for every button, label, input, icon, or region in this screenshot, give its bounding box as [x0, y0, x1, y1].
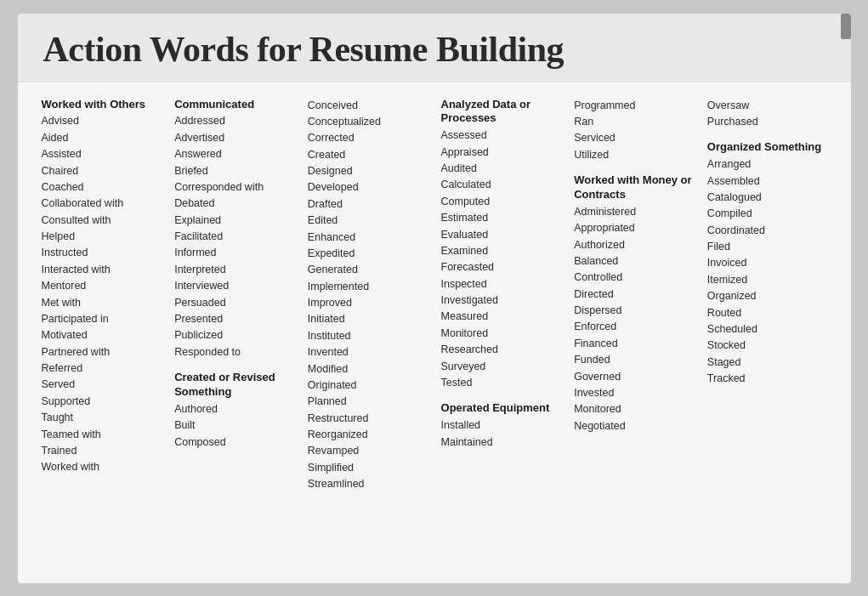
column-col1: Worked with OthersAdvisedAidedAssistedCh…	[35, 98, 168, 503]
word-item: Served	[42, 377, 162, 393]
word-item: Arranged	[707, 156, 827, 173]
section: Organized SomethingArrangedAssembledCata…	[707, 140, 827, 387]
word-item: Funded	[574, 352, 694, 368]
word-item: Estimated	[441, 210, 561, 226]
word-item: Tested	[441, 375, 561, 391]
word-item: Invested	[574, 385, 694, 401]
word-item: Appropriated	[574, 220, 694, 236]
word-item: Enhanced	[308, 230, 428, 246]
section: Operated EquipmentInstalledMaintained	[441, 401, 561, 451]
word-item: Authored	[174, 401, 294, 417]
word-item: Tracked	[707, 371, 827, 387]
word-item: Examined	[441, 243, 561, 259]
word-item: Advised	[42, 113, 162, 129]
section-title: Worked with Money or Contracts	[574, 173, 694, 202]
word-item: Edited	[308, 213, 428, 229]
word-item: Calculated	[441, 177, 561, 193]
word-item: Implemented	[308, 279, 428, 295]
word-item: Addressed	[174, 113, 294, 129]
word-item: Developed	[308, 179, 428, 196]
section-title: Organized Something	[707, 140, 827, 155]
word-item: Met with	[42, 295, 162, 311]
word-item: Programmed	[574, 98, 694, 114]
word-item: Improved	[308, 295, 428, 311]
word-item: Computed	[441, 194, 561, 210]
column-col3: ConceivedConceptualizedCorrectedCreatedD…	[301, 98, 434, 503]
word-item: Publicized	[174, 327, 294, 343]
word-item: Oversaw	[707, 98, 827, 114]
word-item: Motivated	[42, 327, 162, 343]
word-item: Invoiced	[707, 255, 827, 271]
word-item: Authorized	[574, 237, 694, 253]
column-col2: CommunicatedAddressedAdvertisedAnsweredB…	[167, 98, 301, 503]
scrollbar[interactable]	[841, 14, 851, 39]
word-item: Informed	[174, 245, 294, 261]
section-title: Created or Revised Something	[174, 371, 294, 400]
word-item: Partnered with	[42, 344, 162, 360]
section-title: Analyzed Data or Processes	[441, 98, 561, 127]
section-title: Operated Equipment	[441, 401, 561, 416]
word-item: Designed	[308, 163, 428, 179]
word-item: Restructured	[308, 411, 428, 427]
word-item: Inspected	[441, 276, 561, 292]
word-item: Worked with	[42, 459, 162, 475]
word-item: Collaborated with	[42, 196, 162, 212]
word-item: Interacted with	[42, 262, 162, 278]
word-item: Initiated	[308, 311, 428, 327]
word-item: Modified	[308, 361, 428, 377]
column-col6: OversawPurchasedOrganized SomethingArran…	[701, 98, 834, 503]
word-item: Invented	[308, 344, 428, 360]
word-item: Negotiated	[574, 418, 694, 434]
word-item: Dispersed	[574, 303, 694, 319]
word-item: Taught	[42, 410, 162, 426]
word-item: Itemized	[707, 272, 827, 288]
word-item: Interviewed	[174, 278, 294, 294]
word-item: Corrected	[308, 130, 428, 146]
word-item: Coached	[42, 179, 162, 196]
word-item: Monitored	[441, 326, 561, 342]
word-item: Created	[308, 147, 428, 163]
word-item: Helped	[42, 229, 162, 245]
word-item: Briefed	[174, 163, 294, 179]
word-item: Instructed	[42, 245, 162, 261]
word-item: Conceived	[308, 98, 428, 114]
word-item: Stocked	[707, 338, 827, 354]
section-title: Communicated	[174, 98, 294, 112]
section: OversawPurchased	[707, 98, 827, 131]
word-item: Supported	[42, 394, 162, 410]
word-item: Conceptualized	[308, 114, 428, 130]
word-item: Responded to	[174, 344, 294, 360]
word-item: Coordinated	[707, 223, 827, 239]
section: Created or Revised SomethingAuthoredBuil…	[174, 371, 294, 451]
word-item: Monitored	[574, 401, 694, 417]
word-item: Assisted	[42, 146, 162, 162]
word-item: Governed	[574, 369, 694, 385]
section: CommunicatedAddressedAdvertisedAnsweredB…	[174, 98, 294, 361]
word-item: Controlled	[574, 270, 694, 286]
word-item: Composed	[174, 434, 294, 451]
word-item: Serviced	[574, 130, 694, 146]
word-item: Maintained	[441, 434, 561, 451]
word-item: Evaluated	[441, 227, 561, 243]
word-item: Teamed with	[42, 427, 162, 443]
word-item: Participated in	[42, 311, 162, 327]
section: Worked with Money or ContractsAdminister…	[574, 173, 694, 434]
section: ConceivedConceptualizedCorrectedCreatedD…	[308, 98, 428, 493]
column-col5: ProgrammedRanServicedUtilizedWorked with…	[567, 98, 701, 503]
word-item: Aided	[42, 130, 162, 146]
word-item: Measured	[441, 309, 561, 325]
word-item: Corresponded with	[174, 179, 294, 196]
word-item: Compiled	[707, 206, 827, 222]
section: ProgrammedRanServicedUtilized	[574, 98, 694, 164]
word-item: Built	[174, 417, 294, 434]
word-item: Advertised	[174, 130, 294, 146]
word-item: Administered	[574, 204, 694, 220]
word-item: Originated	[308, 377, 428, 394]
section: Analyzed Data or ProcessesAssessedApprai…	[441, 98, 561, 392]
column-col4: Analyzed Data or ProcessesAssessedApprai…	[434, 98, 568, 503]
word-item: Persuaded	[174, 295, 294, 311]
word-item: Scheduled	[707, 321, 827, 338]
word-item: Revamped	[308, 443, 428, 459]
word-item: Purchased	[707, 114, 827, 130]
word-item: Catalogued	[707, 190, 827, 206]
